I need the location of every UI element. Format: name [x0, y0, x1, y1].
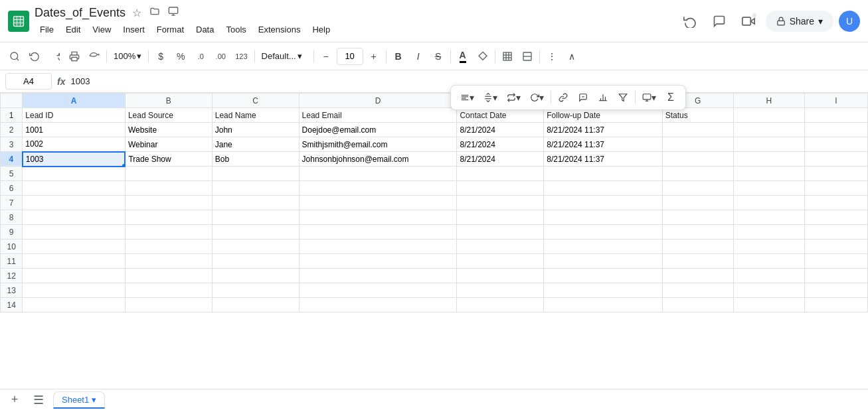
- filter-button[interactable]: [614, 88, 632, 107]
- rotate-button[interactable]: ▾: [526, 88, 548, 107]
- print-button[interactable]: [65, 47, 84, 66]
- bold-button[interactable]: B: [389, 47, 408, 66]
- monitor-icon[interactable]: [167, 5, 180, 21]
- zoom-button[interactable]: 100% ▾: [110, 48, 145, 64]
- cell-b3[interactable]: Webinar: [125, 137, 212, 152]
- data-row-14: 14: [1, 298, 868, 312]
- cell-h1[interactable]: [733, 108, 804, 123]
- cell-c2[interactable]: John: [212, 123, 299, 137]
- title-bar: Dates_of_Events ☆ File Edit View Insert …: [0, 0, 868, 42]
- redo-button[interactable]: [45, 47, 64, 66]
- avatar[interactable]: U: [839, 11, 860, 32]
- italic-button[interactable]: I: [409, 47, 428, 66]
- cell-g4[interactable]: [662, 152, 733, 167]
- share-button[interactable]: Share ▾: [766, 11, 833, 32]
- cell-f3[interactable]: 8/21/2024 11:37: [544, 137, 662, 152]
- cell-c3[interactable]: Jane: [212, 137, 299, 152]
- col-header-b[interactable]: B: [125, 94, 212, 108]
- col-header-i[interactable]: I: [804, 94, 867, 108]
- col-header-h[interactable]: H: [733, 94, 804, 108]
- col-header-a[interactable]: A: [23, 94, 126, 108]
- add-sheet-button[interactable]: +: [5, 391, 24, 409]
- cell-a2[interactable]: 1001: [23, 123, 126, 137]
- strikethrough-button[interactable]: S: [429, 47, 448, 66]
- more-options-button[interactable]: ⋮: [543, 47, 561, 66]
- folder-icon[interactable]: [148, 5, 161, 21]
- search-button[interactable]: [5, 47, 24, 66]
- cell-h3[interactable]: [733, 137, 804, 152]
- cell-d2[interactable]: Doejdoe@email.com: [299, 123, 457, 137]
- align-left-button[interactable]: ▾: [456, 88, 478, 107]
- star-icon[interactable]: ☆: [131, 5, 143, 21]
- sigma-button[interactable]: Σ: [661, 88, 680, 107]
- menu-insert[interactable]: Insert: [118, 22, 150, 37]
- cell-d4[interactable]: Johnsonbjohnson@email.com: [299, 152, 457, 167]
- cell-c4[interactable]: Bob: [212, 152, 299, 167]
- insert-chart-button[interactable]: [594, 88, 612, 107]
- video-icon[interactable]: [737, 9, 760, 33]
- cell-g2[interactable]: [662, 123, 733, 137]
- cell-e2[interactable]: 8/21/2024: [457, 123, 544, 137]
- wrap-button[interactable]: ▾: [503, 88, 525, 107]
- increase-decimal-button[interactable]: .00: [211, 47, 230, 66]
- valign-button[interactable]: ▾: [479, 88, 501, 107]
- paint-format-button[interactable]: [85, 47, 104, 66]
- cell-a4[interactable]: 1003: [23, 152, 126, 167]
- sum-button[interactable]: ▾: [638, 88, 660, 107]
- sheets-menu-button[interactable]: ☰: [29, 391, 48, 409]
- col-header-d[interactable]: D: [299, 94, 457, 108]
- font-size-display[interactable]: 10: [337, 48, 363, 65]
- cell-f2[interactable]: 8/21/2024 11:37: [544, 123, 662, 137]
- menu-format[interactable]: Format: [151, 22, 189, 37]
- percent-button[interactable]: %: [171, 47, 190, 66]
- cell-reference-input[interactable]: [5, 73, 52, 90]
- menu-view[interactable]: View: [87, 22, 116, 37]
- chat-icon[interactable]: [707, 9, 731, 33]
- cell-b4[interactable]: Trade Show: [125, 152, 212, 167]
- text-color-button[interactable]: A: [454, 47, 472, 66]
- cell-e4[interactable]: 8/21/2024: [457, 152, 544, 167]
- cell-i2[interactable]: [804, 123, 867, 137]
- currency-button[interactable]: $: [151, 47, 170, 66]
- cell-b1[interactable]: Lead Source: [125, 108, 212, 123]
- history-icon[interactable]: [678, 9, 702, 33]
- cell-d1[interactable]: Lead Email: [299, 108, 457, 123]
- collapse-button[interactable]: ∧: [563, 47, 581, 66]
- font-size-plus-button[interactable]: +: [365, 47, 383, 66]
- cell-h2[interactable]: [733, 123, 804, 137]
- menu-file[interactable]: File: [35, 22, 59, 37]
- cell-h4[interactable]: [733, 152, 804, 167]
- toolbar: 100% ▾ $ % .0 .00 123 Default... ▾ − 10 …: [0, 42, 868, 70]
- insert-comment-button[interactable]: [574, 88, 592, 107]
- cell-e3[interactable]: 8/21/2024: [457, 137, 544, 152]
- cell-a1[interactable]: Lead ID: [23, 108, 126, 123]
- col-header-c[interactable]: C: [212, 94, 299, 108]
- menu-data[interactable]: Data: [191, 22, 219, 37]
- svg-rect-14: [72, 57, 77, 60]
- cell-a3[interactable]: 1002: [23, 137, 126, 152]
- number-format-button[interactable]: 123: [231, 47, 251, 66]
- undo-button[interactable]: [25, 47, 44, 66]
- borders-button[interactable]: [498, 47, 517, 66]
- link-button[interactable]: [554, 88, 572, 107]
- cell-i1[interactable]: [804, 108, 867, 123]
- cell-c1[interactable]: Lead Name: [212, 108, 299, 123]
- cell-i4[interactable]: [804, 152, 867, 167]
- menu-tools[interactable]: Tools: [220, 22, 251, 37]
- sheet1-tab[interactable]: Sheet1 ▾: [53, 391, 105, 409]
- data-row-1: 1 Lead ID Lead Source Lead Name Lead Ema…: [1, 108, 868, 123]
- font-family-button[interactable]: Default... ▾: [258, 48, 311, 64]
- menu-edit[interactable]: Edit: [60, 22, 86, 37]
- menu-extensions[interactable]: Extensions: [253, 22, 306, 37]
- decrease-decimal-button[interactable]: .0: [191, 47, 210, 66]
- cell-b2[interactable]: Website: [125, 123, 212, 137]
- merge-button[interactable]: [518, 47, 537, 66]
- font-size-minus-button[interactable]: −: [317, 47, 335, 66]
- cell-g3[interactable]: [662, 137, 733, 152]
- cell-i3[interactable]: [804, 137, 867, 152]
- cell-f4[interactable]: 8/21/2024 11:37: [544, 152, 662, 167]
- cell-d3[interactable]: Smithjsmith@email.com: [299, 137, 457, 152]
- row-num-1: 1: [1, 108, 23, 123]
- fill-color-button[interactable]: [474, 47, 492, 66]
- menu-help[interactable]: Help: [307, 22, 335, 37]
